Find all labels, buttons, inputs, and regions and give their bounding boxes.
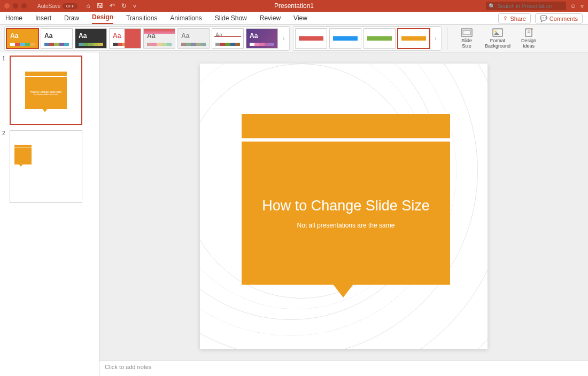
- zoom-window-icon[interactable]: [21, 3, 27, 9]
- quick-access-toolbar: ⌂ 🖫 ↶ ↻ ▿: [86, 2, 136, 10]
- design-ideas-icon: [523, 28, 535, 37]
- slide-size-icon: [461, 28, 473, 37]
- share-button[interactable]: ⇪ Share: [498, 13, 530, 24]
- minimize-window-icon[interactable]: [13, 3, 18, 9]
- autosave-label: AutoSave: [37, 3, 60, 9]
- design-ribbon: Aa Aa Aa Aa Aa Aa Aa: [0, 25, 588, 52]
- theme-option-4[interactable]: Aa: [109, 28, 141, 49]
- workspace: 1 How to Change Slide Size Not all prese…: [0, 52, 588, 376]
- tab-review[interactable]: Review: [260, 14, 281, 24]
- bubble-cap-decor: [242, 114, 450, 142]
- window-controls[interactable]: [4, 3, 27, 9]
- slide-edit-area: How to Change Slide Size Not all present…: [99, 52, 588, 376]
- variants-more-button[interactable]: ›: [432, 36, 439, 41]
- feedback-smiley-icon[interactable]: ☺: [570, 3, 576, 9]
- slide-number-1: 1: [2, 56, 7, 125]
- undo-icon[interactable]: ↶: [110, 2, 115, 10]
- variant-blue[interactable]: [329, 28, 361, 49]
- document-title: Presentation1: [274, 2, 314, 10]
- redo-icon[interactable]: ↻: [121, 2, 127, 10]
- slide-thumbnail-2[interactable]: [10, 130, 82, 203]
- svg-rect-1: [463, 30, 470, 35]
- themes-more-button[interactable]: ›: [280, 36, 288, 41]
- ribbon-separator: [447, 27, 447, 50]
- slide-size-button[interactable]: Slide Size: [453, 28, 481, 49]
- tab-transitions[interactable]: Transitions: [126, 14, 157, 24]
- slide-title[interactable]: How to Change Slide Size: [262, 198, 430, 214]
- theme-option-7[interactable]: Aa: [212, 28, 244, 49]
- format-background-button[interactable]: Format Background: [484, 28, 512, 49]
- comments-button[interactable]: 💬 Comments: [535, 13, 583, 24]
- home-icon[interactable]: ⌂: [86, 2, 90, 10]
- search-input[interactable]: [498, 3, 563, 9]
- autosave-toggle[interactable]: AutoSave OFF: [37, 3, 78, 9]
- theme-option-2[interactable]: Aa: [41, 28, 73, 49]
- notes-placeholder: Click to add notes: [105, 364, 151, 370]
- qat-dropdown-icon[interactable]: ▿: [133, 2, 136, 10]
- tab-design[interactable]: Design: [92, 13, 113, 24]
- search-box[interactable]: 🔍: [486, 2, 566, 10]
- slide-canvas-wrap[interactable]: How to Change Slide Size Not all present…: [99, 52, 588, 360]
- design-ideas-button[interactable]: Design Ideas: [515, 28, 543, 49]
- bubble-tail-decor: [332, 284, 354, 297]
- autosave-state: OFF: [63, 3, 78, 9]
- themes-gallery: Aa Aa Aa Aa Aa Aa Aa: [4, 26, 290, 51]
- variant-orange[interactable]: [398, 28, 430, 49]
- variants-gallery: ›: [293, 26, 442, 51]
- svg-point-3: [494, 30, 497, 33]
- close-window-icon[interactable]: [4, 3, 10, 9]
- slide-subtitle[interactable]: Not all presentations are the same: [297, 222, 395, 229]
- tab-draw[interactable]: Draw: [64, 14, 79, 24]
- variant-green[interactable]: [363, 28, 396, 49]
- theme-option-8[interactable]: Aa: [246, 28, 278, 49]
- slide-thumbnail-1[interactable]: How to Change Slide Size Not all present…: [10, 56, 82, 125]
- tab-slideshow[interactable]: Slide Show: [215, 14, 247, 24]
- notes-pane[interactable]: Click to add notes: [99, 360, 588, 376]
- slide-number-2: 2: [2, 130, 7, 203]
- save-icon[interactable]: 🖫: [97, 2, 103, 10]
- search-icon: 🔍: [489, 3, 495, 9]
- mini-slide-preview: How to Change Slide Size Not all present…: [25, 72, 67, 109]
- theme-option-6[interactable]: Aa: [177, 28, 210, 49]
- comment-icon: 💬: [540, 15, 547, 22]
- slide-canvas[interactable]: How to Change Slide Size Not all present…: [200, 64, 488, 349]
- mini-slide-preview-2: [14, 145, 32, 164]
- theme-option-5[interactable]: Aa: [143, 28, 175, 49]
- tab-insert[interactable]: Insert: [35, 14, 51, 24]
- theme-option-3[interactable]: Aa: [75, 28, 107, 49]
- account-dropdown-icon[interactable]: ▿: [581, 2, 584, 10]
- variant-red[interactable]: [295, 28, 327, 49]
- slide-thumbnail-pane: 1 How to Change Slide Size Not all prese…: [0, 52, 99, 376]
- title-placeholder[interactable]: How to Change Slide Size Not all present…: [242, 114, 450, 285]
- theme-option-1[interactable]: Aa: [6, 28, 38, 49]
- titlebar: AutoSave OFF ⌂ 🖫 ↶ ↻ ▿ Presentation1 🔍 ☺…: [0, 0, 588, 12]
- tab-view[interactable]: View: [293, 14, 307, 24]
- share-icon: ⇪: [503, 15, 508, 22]
- ribbon-tabs: Home Insert Draw Design Transitions Anim…: [0, 12, 588, 25]
- tab-home[interactable]: Home: [5, 14, 22, 24]
- tab-animations[interactable]: Animations: [170, 14, 202, 24]
- format-background-icon: [492, 28, 504, 37]
